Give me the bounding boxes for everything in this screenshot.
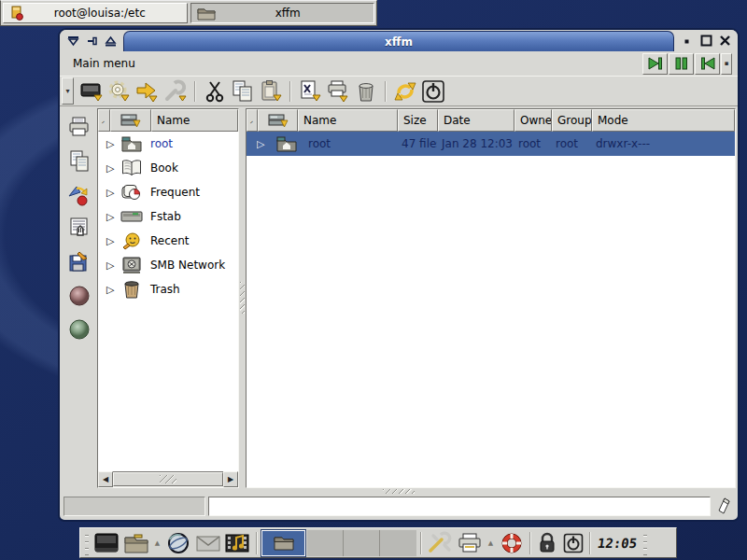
tree-item-smb-network[interactable]: ▷ SMB Network: [98, 253, 238, 277]
document-tools-icon: [298, 79, 322, 104]
command-entry[interactable]: [208, 497, 711, 516]
tree-item-recent[interactable]: ▷ Recent: [98, 229, 238, 253]
expander-icon[interactable]: ▷: [106, 162, 120, 175]
tools-button[interactable]: [162, 77, 190, 105]
toolbar-separator: [289, 81, 291, 102]
tree-item-trash[interactable]: ▷ Trash: [98, 277, 238, 301]
skip-forward-button[interactable]: [642, 53, 668, 75]
side-red-sphere-button[interactable]: [65, 282, 93, 309]
tree-header-icon-column[interactable]: [110, 109, 151, 132]
scroll-right-icon[interactable]: ▶: [223, 471, 238, 487]
task-slot[interactable]: [380, 530, 416, 556]
new-window-button[interactable]: [78, 77, 106, 105]
lock-screen-button[interactable]: [535, 530, 559, 556]
settings-button[interactable]: [106, 77, 134, 105]
toolbar-popup-button[interactable]: ▾: [62, 77, 74, 105]
taskbar-button-xffm[interactable]: xffm: [190, 3, 375, 23]
file-manager-launcher[interactable]: [122, 530, 150, 556]
tree-horizontal-scrollbar[interactable]: ◀ ▶: [98, 471, 238, 487]
mail-icon: [195, 533, 221, 553]
pause-button[interactable]: [669, 53, 694, 75]
list-header-mode[interactable]: Mode: [592, 109, 735, 132]
scrollbar-thumb[interactable]: [113, 472, 223, 486]
list-header-sort[interactable]: ⸝: [247, 109, 258, 132]
browser-launcher[interactable]: [164, 530, 192, 556]
toolbar-overflow-button[interactable]: ▪: [721, 53, 732, 75]
clear-entry-button[interactable]: [713, 497, 734, 515]
trash-button[interactable]: [352, 77, 380, 105]
titlebar-drag-area[interactable]: xffm: [123, 31, 674, 51]
quit-button[interactable]: [419, 77, 447, 105]
minimize-icon[interactable]: [680, 34, 695, 49]
help-launcher[interactable]: [498, 530, 526, 556]
taskbar-button-terminal[interactable]: root@louisa:/etc: [3, 3, 188, 23]
side-copy-button[interactable]: [65, 147, 93, 175]
mail-launcher[interactable]: [194, 530, 222, 556]
close-icon[interactable]: [717, 34, 732, 49]
expander-icon[interactable]: ▷: [257, 138, 270, 150]
terminal-session-icon: [9, 5, 26, 21]
expander-icon[interactable]: ▷: [106, 138, 120, 150]
list-header-owner[interactable]: Owner: [514, 109, 552, 132]
job-button[interactable]: [296, 77, 324, 105]
print-launcher[interactable]: [456, 530, 484, 556]
paned-separator-horizontal[interactable]: [60, 488, 738, 495]
expander-icon[interactable]: ▷: [106, 187, 120, 199]
shade-icon[interactable]: [103, 34, 118, 49]
tree-item-book[interactable]: ▷ Book: [98, 156, 238, 180]
media-launcher[interactable]: [224, 530, 252, 556]
scroll-left-icon[interactable]: ◀: [98, 471, 113, 487]
panel-separator: [529, 532, 531, 554]
side-save-button[interactable]: [65, 248, 93, 275]
task-slot[interactable]: [344, 530, 380, 556]
settings-launcher[interactable]: [426, 530, 454, 556]
stick-icon[interactable]: [84, 34, 99, 49]
list-header-name[interactable]: Name: [298, 109, 398, 132]
goto-button[interactable]: [134, 77, 162, 105]
statusbar: [60, 495, 738, 520]
refresh-icon: [393, 79, 417, 104]
side-green-sphere-button[interactable]: [65, 315, 93, 343]
main-menu[interactable]: Main menu: [65, 54, 143, 73]
tree-header-sort[interactable]: ⸝: [98, 109, 110, 132]
window-menu-icon[interactable]: [65, 34, 80, 49]
list-header-date[interactable]: Date: [438, 109, 514, 132]
panel-separator: [256, 532, 258, 554]
tree-item-fstab[interactable]: ▷ Fstab: [98, 204, 238, 229]
skip-back-button[interactable]: [695, 53, 720, 75]
refresh-button[interactable]: [391, 77, 419, 105]
expander-icon[interactable]: ▷: [106, 284, 120, 296]
launcher-popup-icon[interactable]: ▲: [152, 539, 162, 547]
expander-icon[interactable]: ▷: [106, 211, 120, 223]
window-title: xffm: [385, 35, 413, 49]
launcher-popup-icon[interactable]: ▲: [486, 539, 496, 547]
print-button[interactable]: [324, 77, 352, 105]
paned-separator-vertical[interactable]: [239, 108, 246, 488]
trash-icon: [121, 280, 142, 299]
task-slot[interactable]: [307, 530, 344, 556]
copy-button[interactable]: [229, 77, 257, 105]
side-print-button[interactable]: [65, 114, 93, 141]
maximize-icon[interactable]: [698, 34, 713, 49]
list-header-group[interactable]: Group: [552, 109, 592, 132]
cut-button[interactable]: [201, 77, 229, 105]
tree-header-name[interactable]: Name: [151, 109, 238, 132]
tree-item-label: Recent: [150, 234, 189, 247]
side-select-button[interactable]: [65, 215, 93, 242]
tree-item-frequent[interactable]: ▷ Frequent: [98, 180, 238, 204]
logout-button[interactable]: [561, 530, 585, 556]
list-header-icon-column[interactable]: [258, 109, 298, 132]
run-icon: [67, 183, 92, 207]
panel-handle[interactable]: [641, 531, 649, 555]
skip-forward-icon: [647, 57, 664, 70]
expander-icon[interactable]: ▷: [106, 259, 120, 272]
active-task-xffm[interactable]: [261, 530, 305, 556]
expander-icon[interactable]: ▷: [106, 235, 120, 247]
paste-button[interactable]: [257, 77, 285, 105]
list-header-size[interactable]: Size: [398, 109, 438, 132]
tree-item-root[interactable]: ▷ root: [98, 132, 238, 156]
panel-handle[interactable]: [83, 531, 91, 555]
side-run-button[interactable]: [65, 181, 93, 208]
terminal-launcher[interactable]: [92, 530, 120, 556]
list-row-root[interactable]: ▷ root 47 files Jan 28 12:03 root root d…: [247, 132, 735, 156]
